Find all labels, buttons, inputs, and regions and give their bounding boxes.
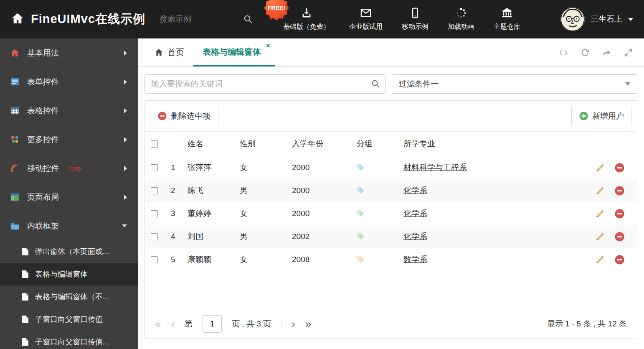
sidebar-subitem-label: 表格与编辑窗体（不... — [35, 292, 109, 302]
form-icon — [10, 77, 20, 87]
add-user-button[interactable]: 新增用户 — [571, 106, 632, 126]
search-icon[interactable] — [371, 79, 380, 89]
corp-badge: Corp. — [68, 165, 82, 172]
tab-home[interactable]: 首页 — [145, 38, 193, 66]
next-page-button[interactable]: › — [292, 318, 295, 329]
tab-bar: 首页 表格与编辑窗体 × — [138, 38, 644, 67]
cell-name: 张萍萍 — [184, 156, 236, 179]
sidebar-subitem-child-to-parent-2[interactable]: 子窗口向父窗口传值... — [0, 331, 138, 349]
row-checkbox[interactable] — [151, 233, 158, 240]
cell-year: 2000 — [289, 179, 353, 202]
chevron-down-icon — [625, 82, 630, 86]
file-icon — [22, 293, 29, 301]
nav-item-enterprise-trial[interactable]: 企业版试用 — [349, 7, 383, 31]
column-header-actions — [588, 132, 637, 156]
tag-icon — [357, 163, 365, 172]
sidebar-subitem-label: 表格与编辑窗体 — [35, 269, 88, 279]
row-index: 2 — [167, 179, 184, 202]
sidebar-subitem-grid-edit-window-2[interactable]: 表格与编辑窗体（不... — [0, 285, 138, 308]
main-content: 首页 表格与编辑窗体 × 过滤条件一 — [138, 38, 644, 349]
home-icon — [155, 48, 163, 57]
row-checkbox[interactable] — [151, 210, 158, 217]
cell-gender: 男 — [236, 225, 289, 248]
widgets-icon — [10, 135, 20, 144]
cell-gender: 女 — [236, 248, 289, 271]
edit-icon[interactable] — [595, 163, 605, 173]
major-link[interactable]: 数学系 — [403, 255, 427, 264]
sidebar-item-grid-controls[interactable]: 表格控件 — [0, 96, 138, 125]
page-number-input[interactable] — [203, 315, 222, 333]
edit-icon[interactable] — [595, 186, 605, 196]
page-count-label: 页 , 共 3 页 — [232, 318, 271, 329]
last-page-button[interactable]: » — [305, 318, 311, 329]
table-row: 2 陈飞 男 2000 化学系 — [145, 179, 637, 202]
column-header-group: 分组 — [353, 132, 400, 156]
record-summary: 显示 1 - 5 条 , 共 12 条 — [547, 318, 627, 329]
file-icon — [22, 338, 29, 346]
edit-icon[interactable] — [595, 232, 605, 242]
table-row: 5 康颖颖 女 2008 数学系 — [145, 248, 637, 271]
sidebar-subitem-grid-edit-window[interactable]: 表格与编辑窗体 — [0, 263, 138, 285]
cell-name: 康颖颖 — [184, 248, 236, 271]
expand-icon[interactable] — [624, 48, 633, 57]
nav-item-basic-free[interactable]: FREE! 基础版（免费） — [283, 7, 330, 31]
grid-search-box — [145, 74, 386, 94]
sidebar-item-form-controls[interactable]: 表单控件 — [0, 67, 138, 96]
row-checkbox[interactable] — [151, 164, 158, 171]
sidebar-item-more-controls[interactable]: 更多控件 — [0, 125, 138, 154]
delete-icon[interactable] — [615, 163, 624, 173]
delete-selected-button[interactable]: 删除选中项 — [150, 106, 218, 126]
delete-icon[interactable] — [615, 255, 624, 265]
search-icon[interactable] — [243, 14, 253, 24]
row-checkbox[interactable] — [151, 256, 158, 263]
sidebar-item-basic-usage[interactable]: 基本用法 — [0, 38, 138, 67]
major-link[interactable]: 化学系 — [403, 232, 427, 241]
grid-toolbar: 删除选中项 新增用户 — [145, 101, 637, 131]
nav-item-loading-animation[interactable]: 加载动画 — [448, 7, 474, 31]
close-icon[interactable]: × — [266, 42, 270, 49]
source-code-icon[interactable] — [559, 48, 568, 57]
sidebar-item-label: 基本用法 — [27, 48, 59, 59]
delete-icon[interactable] — [615, 209, 624, 219]
delete-icon[interactable] — [615, 232, 624, 242]
sidebar-item-inline-frame[interactable]: 内联框架 — [0, 211, 138, 240]
user-menu[interactable]: 三生石上 — [560, 7, 633, 31]
filter-dropdown[interactable]: 过滤条件一 — [392, 74, 637, 94]
prev-page-button[interactable]: ‹ — [171, 318, 175, 329]
major-link[interactable]: 材料科学与工程系 — [403, 163, 467, 172]
grid-search-input[interactable] — [145, 74, 386, 94]
sidebar-subitem-label: 子窗口向父窗口传值 — [35, 314, 103, 324]
minus-circle-icon — [158, 112, 167, 120]
file-icon — [22, 247, 29, 256]
nav-item-label: 主题仓库 — [494, 23, 520, 31]
nav-item-theme-store[interactable]: 主题仓库 — [494, 7, 520, 31]
envelope-icon — [360, 7, 372, 19]
first-page-button[interactable]: « — [155, 318, 161, 329]
sidebar-subitem-child-to-parent[interactable]: 子窗口向父窗口传值 — [0, 308, 138, 331]
plus-circle-icon — [579, 112, 588, 120]
sidebar-subitem-popup-window[interactable]: 弹出窗体（本页面或... — [0, 240, 138, 263]
major-link[interactable]: 化学系 — [403, 186, 427, 195]
table-row: 4 刘国 男 2002 化学系 — [145, 225, 637, 248]
nav-item-mobile-demo[interactable]: 移动示例 — [402, 7, 428, 31]
column-header-name: 姓名 — [184, 132, 236, 156]
row-checkbox[interactable] — [151, 187, 158, 194]
pager-divider — [281, 318, 281, 330]
header-search-input[interactable] — [160, 15, 222, 24]
select-all-checkbox[interactable] — [151, 140, 158, 148]
edit-icon[interactable] — [595, 255, 605, 265]
sidebar-item-page-layout[interactable]: 页面布局 — [0, 183, 138, 211]
sidebar-item-mobile-controls[interactable]: 移动控件 Corp. — [0, 154, 138, 183]
share-icon[interactable] — [602, 48, 611, 57]
major-link[interactable]: 化学系 — [403, 209, 427, 218]
tab-grid-edit-window[interactable]: 表格与编辑窗体 × — [193, 38, 275, 66]
nav-item-label: 企业版试用 — [349, 23, 383, 31]
app-brand[interactable]: FineUIMvc在线示例 — [11, 11, 145, 28]
cell-gender: 男 — [236, 179, 289, 202]
header-search — [160, 14, 253, 24]
app-title: FineUIMvc在线示例 — [31, 11, 145, 28]
refresh-icon[interactable] — [581, 48, 590, 57]
delete-icon[interactable] — [615, 186, 624, 196]
file-icon — [22, 270, 29, 278]
edit-icon[interactable] — [595, 209, 605, 219]
